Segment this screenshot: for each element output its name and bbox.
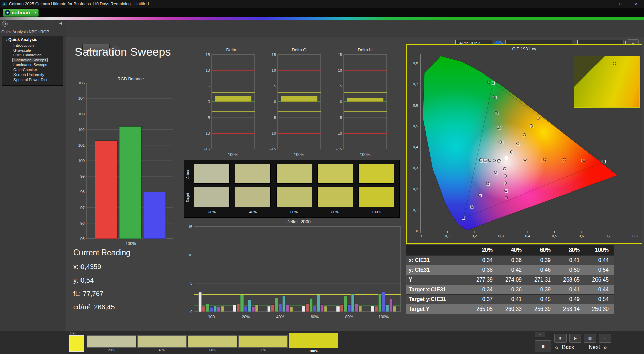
svg-text:101: 101 — [78, 143, 85, 147]
deltae-bar — [310, 298, 313, 312]
table-row-x-cie31: x: CIE310,340,360,390,410,44 — [406, 255, 614, 265]
next-button[interactable]: Next — [589, 344, 600, 350]
deltae-bar — [378, 294, 381, 312]
deltae-bar — [244, 306, 247, 312]
table-cell: 265,05 — [469, 304, 498, 314]
chart-title: DeltaE 2000 — [185, 219, 404, 225]
chart-title: CIE 1931 xy — [407, 46, 642, 52]
reading-line: fL: 77,767 — [73, 290, 185, 298]
cie-measured-point — [504, 182, 507, 184]
swatch-target-20% — [194, 187, 230, 207]
table-row-label: y: CIE31 — [406, 265, 469, 275]
svg-text:0: 0 — [416, 229, 418, 233]
svg-text:80%: 80% — [345, 315, 353, 319]
svg-text:-5: -5 — [272, 116, 276, 120]
sidebar-item-cms-calibration[interactable]: CMS Calibration — [12, 53, 43, 58]
table-cell: 0,54 — [585, 265, 614, 275]
deltae-bar — [279, 304, 282, 312]
sidebar-item-saturation-sweeps[interactable]: Saturation Sweeps — [12, 58, 48, 63]
table-cell: 0,45 — [527, 294, 556, 304]
swatch-target-60% — [276, 187, 312, 207]
svg-text:96: 96 — [80, 221, 85, 225]
sidebar-item-screen-uniformity[interactable]: Screen Uniformity — [12, 72, 45, 77]
table-row-label: Target y:CIE31 — [406, 294, 469, 304]
table-cell: 0,38 — [469, 265, 498, 275]
sidebar-item-colorchecker[interactable]: ColorChecker — [12, 67, 38, 72]
back-button[interactable]: Back — [562, 344, 574, 350]
close-button[interactable]: ✕ — [629, 0, 644, 8]
svg-text:10: 10 — [272, 68, 276, 72]
pattern-swatch-60%[interactable]: 60% — [188, 335, 237, 348]
chevron-down-icon: ▾ — [33, 11, 37, 14]
pattern-popout-button[interactable]: ▲ — [70, 332, 76, 335]
chart-xlabel: 100% — [331, 152, 389, 158]
deltae-bar — [351, 294, 354, 312]
deltae-bar — [324, 306, 327, 312]
svg-text:104: 104 — [78, 96, 85, 100]
svg-text:0,3: 0,3 — [498, 234, 504, 238]
calman-menu-button[interactable]: ◈ calman ▾ — [3, 9, 39, 17]
svg-text:0,7: 0,7 — [413, 82, 418, 86]
table-header-cell: 60% — [527, 245, 556, 255]
table-cell: 0,36 — [498, 255, 527, 265]
delta-h-bar — [347, 98, 383, 102]
pattern-swatch-label: 40% — [138, 348, 186, 352]
reading-line: x: 0,4359 — [73, 263, 185, 271]
delta-c-plot: -15-10-5051015 — [265, 53, 323, 152]
sidebar-item-spectral-power-dist[interactable]: Spectral Power Dist. — [12, 77, 50, 82]
svg-text:5: 5 — [274, 84, 276, 88]
table-row-target-x-cie31: Target x:CIE310,340,360,390,410,44 — [406, 285, 614, 294]
table-cell: 260,33 — [498, 304, 527, 314]
table-header-cell — [406, 245, 469, 255]
svg-text:0,5: 0,5 — [552, 234, 557, 238]
deltae-bar — [217, 307, 220, 312]
deltae-bar — [248, 300, 251, 312]
cie-measured-point — [497, 159, 500, 162]
chart-title: Delta L — [199, 47, 257, 53]
table-row-y-cie31: y: CIE310,380,420,460,500,54 — [406, 265, 614, 275]
cie-measured-point — [510, 151, 513, 153]
pattern-bar: ▲ 20%40%60%80%100% ▲ ■ ▶ ▦ ∞ ■ « Back Ne… — [0, 331, 644, 354]
svg-text:-15: -15 — [204, 147, 210, 151]
svg-text:0,6: 0,6 — [413, 103, 418, 107]
swatch-actual-60% — [276, 164, 312, 184]
back-chevron-icon[interactable]: « — [555, 344, 559, 351]
rgb-bar-red — [95, 141, 117, 239]
play-button[interactable]: ▶ — [569, 334, 581, 343]
sidebar-item-grayscale[interactable]: Grayscale — [12, 48, 32, 53]
sidebar-item-introduction[interactable]: Introduction — [12, 43, 35, 48]
deltae-bar — [355, 304, 358, 312]
stop-button[interactable]: ■ — [554, 334, 567, 343]
back-circle-button[interactable]: ◄ — [2, 21, 8, 27]
deltae-bar — [275, 298, 278, 312]
tree-root-quick-analysis[interactable]: ▾Quick Analysis — [2, 37, 63, 43]
maximize-button[interactable]: □ — [613, 0, 629, 8]
pattern-preview-swatch[interactable] — [69, 335, 84, 352]
tree-root-label: Quick Analysis — [8, 37, 37, 42]
svg-text:10: 10 — [188, 253, 192, 257]
svg-text:100: 100 — [208, 315, 215, 319]
swatch-target-100% — [358, 187, 394, 207]
minimize-button[interactable]: – — [598, 0, 613, 8]
collapse-controls-button[interactable]: ▲ — [535, 332, 545, 337]
continuous-measure-button[interactable]: ∞ — [599, 334, 611, 343]
pattern-swatch-40%[interactable]: 40% — [137, 335, 187, 348]
pattern-swatch-80%[interactable]: 80% — [238, 335, 288, 348]
save-button[interactable]: ▦ — [584, 334, 596, 343]
next-chevron-icon[interactable]: » — [603, 344, 607, 351]
cie-measured-point — [601, 160, 604, 163]
collapse-sidebar-icon[interactable]: ◀ — [59, 21, 62, 25]
workflow-navigation: « Back Next » — [555, 344, 607, 351]
cie-measured-point — [530, 125, 533, 127]
pattern-swatch-100%[interactable]: 100% — [289, 333, 338, 348]
pattern-swatch-20%[interactable]: 20% — [87, 335, 136, 348]
chart-title: Delta C — [265, 47, 323, 53]
swatch-actual-20% — [194, 164, 230, 184]
svg-text:10: 10 — [206, 68, 210, 72]
cie-measured-point — [484, 159, 486, 161]
table-cell: 271,31 — [527, 275, 556, 285]
table-cell: 0,41 — [556, 255, 585, 265]
sidebar-item-luminance-sweeps[interactable]: Luminance Sweeps — [12, 62, 48, 67]
pattern-window-button[interactable]: ■ — [535, 340, 551, 352]
deltae-bar — [359, 306, 362, 312]
